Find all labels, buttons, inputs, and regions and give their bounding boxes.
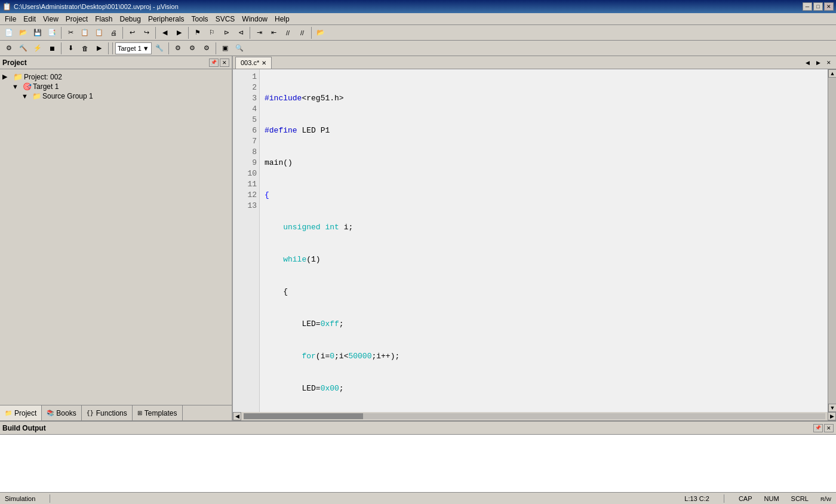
menu-debug[interactable]: Debug [116, 13, 145, 25]
download-btn[interactable]: ⬇ [64, 42, 77, 55]
build-all-btn[interactable]: 🔨 [17, 42, 30, 55]
sep11 [216, 42, 216, 54]
line-num-2: 2 [233, 82, 257, 93]
code-lines[interactable]: #include<reg51.h> #define LED P1 main() … [260, 69, 828, 412]
print-btn[interactable]: 🖨 [107, 26, 120, 39]
redo-btn[interactable]: ↪ [140, 26, 153, 39]
toolbar-1: 📄 📂 💾 📑 ✂ 📋 📋 🖨 ↩ ↪ ◀ ▶ ⚑ ⚐ ⊳ ⊲ ⇥ ⇤ // /… [0, 25, 836, 41]
project-close-btn[interactable]: ✕ [220, 59, 229, 67]
menu-window[interactable]: Window [238, 13, 271, 25]
sep2 [122, 27, 123, 39]
build-output-title: Build Output [2, 424, 46, 432]
horizontal-scrollbar[interactable]: ◀ ▶ [233, 412, 836, 420]
build-output-content[interactable] [0, 435, 836, 492]
comment-btn[interactable]: // [281, 26, 294, 39]
copy-btn[interactable]: 📋 [78, 26, 91, 39]
uncomment-btn[interactable]: // [296, 26, 309, 39]
tree-project-root[interactable]: ▶ 📁 Project: 002 [2, 72, 229, 82]
tab-nav-right[interactable]: ▶ [813, 58, 823, 67]
window-btn[interactable]: ▣ [219, 42, 232, 55]
options-btn[interactable]: ⚙ [171, 42, 185, 55]
vertical-scrollbar[interactable]: ▲ ▼ [828, 69, 836, 412]
scroll-track[interactable] [828, 78, 836, 404]
editor-tab-close[interactable]: ✕ [262, 60, 266, 66]
translate-btn[interactable]: ⚡ [31, 42, 44, 55]
bookmark1-btn[interactable]: ⚑ [191, 26, 204, 39]
maximize-button[interactable]: □ [813, 2, 823, 11]
inspect-btn[interactable]: 🔍 [233, 42, 246, 55]
h-scroll-track[interactable] [244, 413, 825, 419]
tree-project-label: Project: 002 [23, 73, 62, 81]
cut-btn[interactable]: ✂ [64, 26, 77, 39]
scroll-right-arrow[interactable]: ▶ [828, 412, 836, 420]
menu-svcs[interactable]: SVCS [212, 13, 239, 25]
new-file-btn[interactable]: 📄 [2, 26, 16, 39]
sep8 [108, 42, 109, 54]
unindent-btn[interactable]: ⇤ [267, 26, 280, 39]
paste-btn[interactable]: 📋 [93, 26, 106, 39]
build-close-btn[interactable]: ✕ [824, 424, 834, 432]
minimize-button[interactable]: ─ [803, 2, 812, 11]
menu-file[interactable]: File [1, 13, 20, 25]
tab-books[interactable]: 📚 Books [42, 405, 81, 421]
line-num-7: 7 [233, 136, 257, 147]
close-button[interactable]: ✕ [824, 2, 834, 11]
menu-help[interactable]: Help [271, 13, 293, 25]
nav-fwd-btn[interactable]: ▶ [173, 26, 186, 39]
menu-tools[interactable]: Tools [188, 13, 212, 25]
run-debug-btn[interactable]: ▶ [93, 42, 106, 55]
tab-nav-left[interactable]: ◀ [803, 58, 812, 67]
target-selector-label: Target 1 [118, 45, 142, 52]
tree-source-group[interactable]: ▼ 📁 Source Group 1 [2, 91, 229, 101]
target-selector[interactable]: Target 1 ▼ [115, 42, 152, 54]
target-selector-arrow: ▼ [143, 45, 149, 52]
editor-tab-003c[interactable]: 003.c* ✕ [235, 57, 272, 69]
line-num-6: 6 [233, 125, 257, 136]
tab-templates[interactable]: ⊞ Templates [133, 405, 183, 421]
build-target-btn[interactable]: ⚙ [2, 42, 16, 55]
undo-btn[interactable]: ↩ [125, 26, 139, 39]
scroll-down-arrow[interactable]: ▼ [828, 404, 836, 412]
menu-project[interactable]: Project [62, 13, 91, 25]
open-btn[interactable]: 📂 [17, 26, 30, 39]
bookmark2-btn[interactable]: ⚐ [205, 26, 219, 39]
open-options-btn[interactable]: ⚙ [186, 42, 199, 55]
open-file-btn[interactable]: 📂 [314, 26, 327, 39]
nav-back-btn[interactable]: ◀ [158, 26, 171, 39]
panels-area: Project 📌 ✕ ▶ 📁 Project: 002 [0, 56, 836, 420]
scroll-up-arrow[interactable]: ▲ [828, 69, 836, 78]
open-options2-btn[interactable]: ⚙ [200, 42, 213, 55]
editor-with-scroll: 1 2 3 4 5 6 7 8 9 10 [233, 69, 836, 412]
code-editor[interactable]: 1 2 3 4 5 6 7 8 9 10 [233, 69, 828, 412]
build-output-area: Build Output 📌 ✕ [0, 420, 836, 492]
tab-project[interactable]: 📁 Project [0, 405, 42, 421]
manage-targets-btn[interactable]: 🔧 [153, 42, 166, 55]
editor-wrapper: 1 2 3 4 5 6 7 8 9 10 [233, 69, 836, 420]
bookmark3-btn[interactable]: ⊳ [220, 26, 233, 39]
menu-view[interactable]: View [39, 13, 62, 25]
save-all-btn[interactable]: 📑 [45, 26, 59, 39]
tab-close-all[interactable]: ✕ [824, 58, 834, 67]
menu-edit[interactable]: Edit [20, 13, 39, 25]
indent-btn[interactable]: ⇥ [253, 26, 266, 39]
status-rw: R/W [820, 495, 831, 502]
bookmark4-btn[interactable]: ⊲ [234, 26, 247, 39]
save-btn[interactable]: 💾 [31, 26, 44, 39]
sep1 [61, 27, 62, 39]
h-scroll-thumb[interactable] [244, 413, 363, 419]
menu-flash[interactable]: Flash [91, 13, 116, 25]
build-pin-btn[interactable]: 📌 [813, 424, 823, 432]
tree-target[interactable]: ▼ 🎯 Target 1 [2, 82, 229, 91]
stop-build-btn[interactable]: ⏹ [45, 42, 59, 55]
tab-controls: ◀ ▶ ✕ [803, 58, 834, 67]
line-num-9: 9 [233, 158, 257, 168]
scroll-left-arrow[interactable]: ◀ [233, 412, 241, 420]
tree-target-label: Target 1 [32, 82, 59, 91]
menu-peripherals[interactable]: Peripherals [145, 13, 188, 25]
project-pin-btn[interactable]: 📌 [209, 59, 219, 67]
build-output-header: Build Output 📌 ✕ [0, 422, 836, 435]
sep7 [61, 42, 62, 54]
tab-functions[interactable]: {} Functions [82, 405, 133, 421]
erase-btn[interactable]: 🗑 [78, 42, 91, 55]
status-num: NUM [764, 495, 779, 502]
